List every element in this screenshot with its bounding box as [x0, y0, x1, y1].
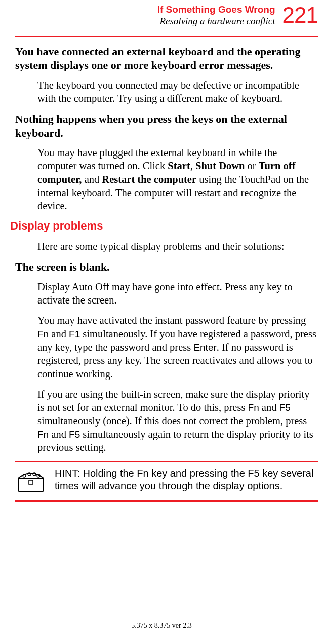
text-fragment: and — [82, 174, 102, 185]
svg-rect-5 — [29, 480, 33, 484]
hint-divider-top — [15, 461, 318, 462]
key-f5: F5 — [279, 402, 291, 413]
page-header: If Something Goes Wrong Resolving a hard… — [15, 4, 318, 27]
ui-label-shutdown: Shut Down — [195, 160, 245, 171]
text-fragment: and — [49, 429, 69, 440]
text-fragment: or — [245, 160, 258, 171]
solution-text-1: The keyboard you connected may be defect… — [37, 79, 318, 105]
problem-heading-2: Nothing happens when you press the keys … — [15, 112, 318, 140]
hint-chest-icon — [15, 467, 47, 495]
problem-heading-1: You have connected an external keyboard … — [15, 45, 318, 72]
ui-label-restart: Restart the computer — [102, 174, 196, 185]
hint-text: HINT: Holding the Fn key and pressing th… — [55, 467, 318, 493]
solution-text-4: You may have activated the instant passw… — [37, 314, 318, 380]
hint-divider-bottom — [15, 500, 318, 502]
ui-label-start: Start — [168, 160, 190, 171]
solution-text-5: If you are using the built-in screen, ma… — [37, 388, 318, 454]
key-fn: Fn — [37, 329, 49, 339]
text-fragment: You may have activated the instant passw… — [37, 315, 306, 326]
chapter-title: If Something Goes Wrong — [157, 4, 275, 15]
section-heading-display: Display problems — [10, 219, 318, 233]
key-f5: F5 — [69, 429, 80, 440]
key-f1: F1 — [69, 329, 80, 339]
key-fn: Fn — [37, 429, 49, 440]
divider-top — [15, 36, 318, 37]
header-text: If Something Goes Wrong Resolving a hard… — [157, 4, 275, 27]
section-intro: Here are some typical display problems a… — [37, 240, 318, 253]
page-footer: 5.375 x 8.375 ver 2.3 — [0, 622, 323, 630]
text-fragment: simultaneously (once). If this does not … — [37, 415, 307, 426]
key-fn: Fn — [248, 402, 259, 413]
text-fragment: , — [190, 160, 195, 171]
key-enter: Enter — [193, 342, 216, 353]
text-fragment: and — [49, 328, 69, 339]
section-title: Resolving a hardware conflict — [157, 15, 275, 27]
hint-block: HINT: Holding the Fn key and pressing th… — [15, 461, 318, 502]
problem-heading-3: The screen is blank. — [15, 260, 318, 274]
solution-text-3: Display Auto Off may have gone into effe… — [37, 280, 318, 307]
hint-row: HINT: Holding the Fn key and pressing th… — [15, 467, 318, 495]
page-number: 221 — [282, 4, 318, 26]
solution-text-2: You may have plugged the external keyboa… — [37, 146, 318, 212]
text-fragment: and — [259, 402, 279, 413]
